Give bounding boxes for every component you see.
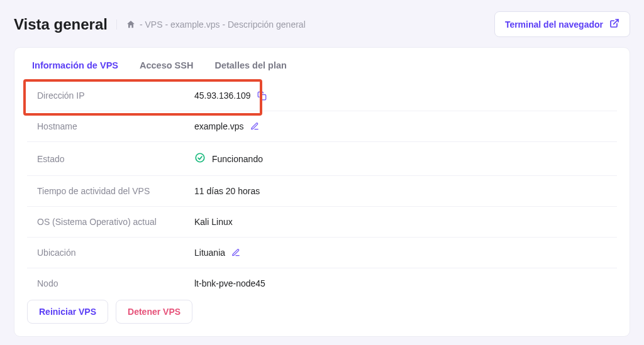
vps-card: Información de VPS Acceso SSH Detalles d… [14,47,630,337]
hostname-value: example.vps [194,121,244,131]
tabs: Información de VPS Acceso SSH Detalles d… [14,48,630,80]
uptime-value: 11 días 20 horas [194,186,260,196]
status-ok-icon [194,152,206,165]
row-os: OS (Sistema Operativo) actual Kali Linux [27,207,617,238]
tab-vps-info[interactable]: Información de VPS [32,60,118,80]
location-label: Ubicación [37,248,194,258]
terminal-button[interactable]: Terminal del navegador [494,11,630,37]
row-ip: Dirección IP 45.93.136.109 [27,80,617,111]
row-uptime: Tiempo de actividad del VPS 11 días 20 h… [27,176,617,207]
ip-value: 45.93.136.109 [194,90,251,101]
home-icon[interactable] [126,19,136,30]
page-title: Vista general [14,16,108,33]
copy-icon[interactable] [257,91,267,101]
ip-label: Dirección IP [37,90,194,101]
terminal-button-label: Terminal del navegador [505,19,603,30]
stop-vps-button[interactable]: Detener VPS [116,300,192,324]
row-hostname: Hostname example.vps [27,111,617,142]
tab-ssh-access[interactable]: Acceso SSH [140,60,193,80]
external-link-icon [609,18,619,30]
row-node: Nodo lt-bnk-pve-node45 [27,268,617,298]
hostname-label: Hostname [37,121,194,131]
tab-plan-details[interactable]: Detalles del plan [214,60,286,80]
breadcrumb-text: - VPS - example.vps - Descripción genera… [140,19,306,30]
uptime-label: Tiempo de actividad del VPS [37,186,194,196]
svg-point-2 [196,153,204,162]
edit-location-icon[interactable] [231,248,240,257]
svg-rect-1 [260,94,265,99]
state-value: Funcionando [212,154,263,164]
os-label: OS (Sistema Operativo) actual [37,217,194,227]
os-value: Kali Linux [194,217,233,227]
row-state: Estado Funcionando [27,142,617,176]
breadcrumb: - VPS - example.vps - Descripción genera… [116,19,306,30]
location-value: Lituania [194,248,225,258]
svg-line-0 [614,19,618,24]
row-location: Ubicación Lituania [27,238,617,268]
node-value: lt-bnk-pve-node45 [194,278,265,288]
node-label: Nodo [37,278,194,288]
edit-hostname-icon[interactable] [250,122,259,131]
restart-vps-button[interactable]: Reiniciar VPS [27,300,108,324]
state-label: Estado [37,154,194,164]
